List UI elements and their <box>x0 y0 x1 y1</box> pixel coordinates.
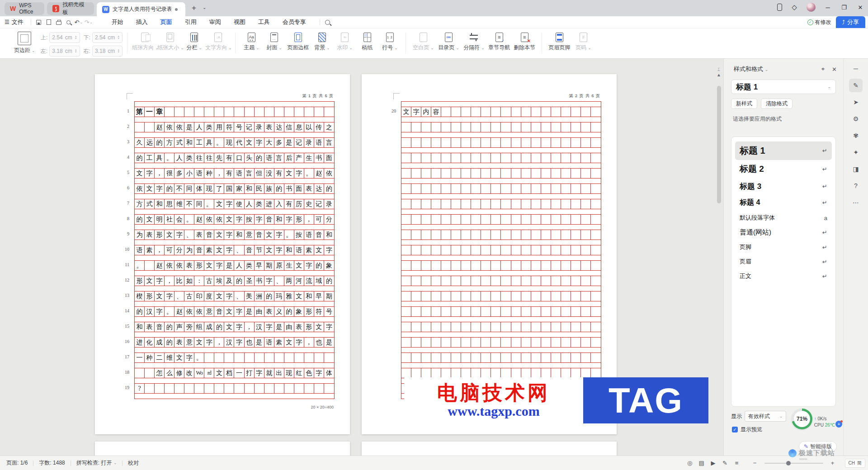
effects-icon[interactable]: ✦ <box>849 146 863 159</box>
grid-cell[interactable] <box>461 107 471 117</box>
grid-cell[interactable] <box>591 245 601 255</box>
grid-cell[interactable]: 打 <box>245 368 255 378</box>
grid-text-row[interactable]: 方式和思维不同。文字使人类进入有历史记录 <box>135 199 334 209</box>
grid-cell[interactable] <box>471 291 481 301</box>
grid-cell[interactable] <box>551 291 561 301</box>
grid-cell[interactable]: 文 <box>214 291 224 301</box>
grid-cell[interactable]: 文 <box>155 291 165 301</box>
grid-cell[interactable]: 字 <box>155 184 165 193</box>
grid-cell[interactable] <box>571 107 581 117</box>
grid-cell[interactable] <box>461 122 471 132</box>
grid-cell[interactable]: 文 <box>294 261 304 270</box>
grid-cell[interactable]: 入 <box>274 199 284 209</box>
grid-cell[interactable]: 文 <box>214 368 224 378</box>
grid-cell[interactable] <box>441 169 451 178</box>
grid-cell[interactable] <box>541 307 551 316</box>
grid-cell[interactable] <box>491 245 501 255</box>
grid-cell[interactable] <box>471 122 481 132</box>
proofread-button[interactable]: 校对 <box>128 459 139 467</box>
grid-cell[interactable] <box>531 199 541 209</box>
grid-cell[interactable]: 记 <box>314 199 324 209</box>
menu-item-审阅[interactable]: 审阅 <box>203 17 227 28</box>
grid-cell[interactable]: 表 <box>304 184 314 193</box>
print-button[interactable] <box>54 18 64 26</box>
grid-cell[interactable]: 赵 <box>314 169 324 178</box>
grid-cell[interactable]: 义 <box>274 307 284 316</box>
grid-cell[interactable] <box>294 384 304 393</box>
grid-cell[interactable]: 意 <box>204 307 214 316</box>
grid-cell[interactable]: 早 <box>314 291 324 301</box>
scroll-up-icon[interactable]: ▲ <box>715 72 722 78</box>
grid-cell[interactable] <box>481 107 491 117</box>
grid-cell[interactable] <box>511 291 521 301</box>
grid-cell[interactable]: 玛 <box>274 291 284 301</box>
grid-cell[interactable] <box>421 368 431 378</box>
grid-cell[interactable] <box>561 153 571 163</box>
grid-cell[interactable]: 就 <box>264 368 274 378</box>
grid-cell[interactable]: 人 <box>175 153 184 163</box>
grid-text-row[interactable]: 形文字,比如:古埃及的圣书字、两河流域的 <box>135 276 334 286</box>
stepper-icon[interactable]: ▲▼ <box>75 49 77 53</box>
grid-cell[interactable]: 节 <box>255 245 264 255</box>
grid-cell[interactable] <box>421 338 431 347</box>
grid-cell[interactable] <box>284 384 294 393</box>
grid-cell[interactable] <box>441 230 451 240</box>
grid-text-row[interactable]: 文字内容 <box>401 107 601 117</box>
grid-cell[interactable]: 社 <box>165 215 175 224</box>
zoom-out-button[interactable]: − <box>749 460 761 466</box>
grid-cell[interactable] <box>451 107 461 117</box>
grid-cell[interactable] <box>541 261 551 270</box>
grid-cell[interactable] <box>471 230 481 240</box>
grid-cell[interactable]: 流 <box>304 276 314 286</box>
grid-cell[interactable]: 音 <box>255 230 264 240</box>
grid-cell[interactable] <box>551 368 561 378</box>
grid-cell[interactable] <box>461 230 471 240</box>
grid-cell[interactable]: 多 <box>175 169 184 178</box>
grid-cell[interactable] <box>521 291 531 301</box>
grid-cell[interactable]: 期 <box>264 261 274 270</box>
grid-cell[interactable] <box>531 107 541 117</box>
grid-cell[interactable] <box>561 169 571 178</box>
grid-cell[interactable] <box>155 384 165 393</box>
grid-cell[interactable]: 。 <box>184 215 194 224</box>
style-item-标题 2[interactable]: 标题 2↵ <box>735 160 832 178</box>
grid-cell[interactable]: 现 <box>284 368 294 378</box>
grid-cell[interactable]: 具 <box>204 138 214 147</box>
grid-cell[interactable] <box>521 230 531 240</box>
grid-cell[interactable] <box>491 338 501 347</box>
grid-cell[interactable] <box>481 245 491 255</box>
grid-cell[interactable]: 字 <box>264 322 274 332</box>
grid-cell[interactable]: 字 <box>204 338 214 347</box>
grid-cell[interactable] <box>431 184 441 193</box>
grid-cell[interactable]: 文 <box>245 138 255 147</box>
grid-cell[interactable]: 文 <box>284 338 294 347</box>
grid-cell[interactable]: 字 <box>155 276 165 286</box>
grid-cell[interactable] <box>461 322 471 332</box>
grid-cell[interactable]: 字 <box>314 368 324 378</box>
grid-cell[interactable] <box>461 138 471 147</box>
grid-cell[interactable]: 一 <box>145 107 155 117</box>
grid-cell[interactable] <box>491 107 501 117</box>
grid-cell[interactable] <box>511 122 521 132</box>
grid-cell[interactable] <box>461 307 471 316</box>
grid-cell[interactable] <box>501 153 511 163</box>
close-panel-icon[interactable]: ✕ <box>832 66 837 73</box>
grid-cell[interactable] <box>451 138 461 147</box>
grid-cell[interactable] <box>521 307 531 316</box>
grid-text-row[interactable]: ? <box>135 383 334 394</box>
grid-cell[interactable] <box>591 107 601 117</box>
grid-cell[interactable]: 为 <box>135 230 145 240</box>
grid-cell[interactable]: 语 <box>135 245 145 255</box>
grid-cell[interactable]: 形 <box>304 307 314 316</box>
grid-cell[interactable]: 语 <box>194 169 204 178</box>
grid-cell[interactable]: 字 <box>165 291 175 301</box>
grid-cell[interactable]: 书 <box>284 184 294 193</box>
grid-cell[interactable]: 的 <box>135 307 145 316</box>
grid-cell[interactable]: 字 <box>234 215 244 224</box>
grid-cell[interactable]: 符 <box>224 122 234 132</box>
play-slideshow-icon[interactable]: ▶ <box>708 460 719 466</box>
grid-cell[interactable] <box>521 138 531 147</box>
edit-mode-icon[interactable]: ✎ <box>719 460 731 466</box>
grid-cell[interactable]: 表 <box>175 338 184 347</box>
zoom-in-button[interactable]: + <box>827 460 839 466</box>
